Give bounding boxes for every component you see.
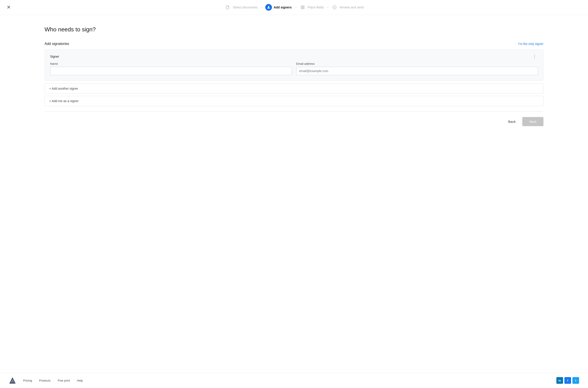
email-input[interactable] [296, 67, 538, 75]
step-select-documents: Select documents [224, 4, 258, 11]
back-button[interactable]: Back [504, 118, 520, 126]
name-input[interactable] [50, 67, 292, 75]
footer: Pricing Products Fine print Help in f t [0, 373, 588, 388]
add-another-signer-button[interactable]: + Add another signer [45, 83, 543, 94]
section-title: Add signatories [45, 42, 69, 46]
facebook-button[interactable]: f [564, 377, 571, 384]
footer-social: in f t [556, 377, 579, 384]
footer-products-link[interactable]: Products [39, 379, 51, 382]
footer-pricing-link[interactable]: Pricing [23, 379, 32, 382]
footer-fine-print-link[interactable]: Fine print [58, 379, 70, 382]
step-icon-add-signers [265, 4, 272, 11]
step-place-fields: Place fields [299, 4, 324, 11]
divider [45, 111, 543, 112]
main-content: Who needs to sign? Add signatories I'm t… [0, 15, 588, 373]
actions: Back Next [45, 117, 543, 126]
add-me-as-signer-label: + Add me as a signer [49, 99, 79, 103]
step-icon-select-documents [224, 4, 231, 11]
svg-rect-3 [301, 8, 302, 9]
step-label-add-signers: Add signers [274, 5, 292, 9]
step-review-and-send: Review and send [331, 4, 364, 11]
signer-card-header: Signer ⋮ [50, 54, 538, 59]
footer-left: Pricing Products Fine print Help [9, 377, 83, 384]
step-icon-place-fields [299, 4, 306, 11]
arrow-3: → [326, 5, 329, 9]
stepper: Select documents → Add signers → [224, 4, 364, 11]
only-signer-button[interactable]: I'm the only signer [518, 42, 543, 46]
svg-rect-2 [303, 6, 304, 7]
signer-card: Signer ⋮ Name Email address [45, 49, 543, 81]
section-header: Add signatories I'm the only signer [45, 42, 543, 46]
name-label: Name [50, 62, 292, 65]
step-label-place-fields: Place fields [308, 5, 324, 9]
step-add-signers: Add signers [265, 4, 292, 11]
linkedin-button[interactable]: in [556, 377, 563, 384]
twitter-button[interactable]: t [572, 377, 579, 384]
add-another-signer-label: + Add another signer [49, 87, 78, 90]
footer-help-link[interactable]: Help [77, 379, 83, 382]
arrow-1: → [260, 5, 263, 9]
step-label-review-and-send: Review and send [340, 5, 364, 9]
close-button[interactable]: ✕ [7, 5, 11, 10]
add-me-as-signer-button[interactable]: + Add me as a signer [45, 96, 543, 106]
signer-card-title: Signer [50, 55, 59, 58]
signer-more-button[interactable]: ⋮ [531, 54, 538, 59]
svg-rect-1 [301, 6, 302, 7]
step-icon-review-and-send [331, 4, 338, 11]
signer-fields: Name Email address [50, 62, 538, 75]
name-field-group: Name [50, 62, 292, 75]
next-button[interactable]: Next [522, 117, 543, 126]
svg-rect-4 [303, 8, 304, 9]
footer-logo [9, 377, 16, 384]
svg-point-0 [268, 6, 269, 7]
email-field-group: Email address [296, 62, 538, 75]
step-label-select-documents: Select documents [233, 5, 258, 9]
page-title: Who needs to sign? [45, 26, 543, 33]
arrow-2: → [294, 5, 297, 9]
header: ✕ Select documents → Add signers → [0, 0, 588, 15]
email-label: Email address [296, 62, 538, 65]
